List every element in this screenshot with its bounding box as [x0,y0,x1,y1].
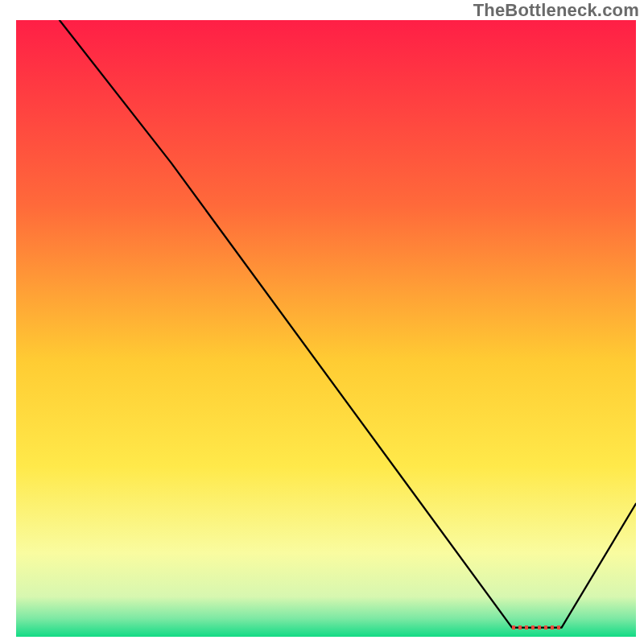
gradient-background [16,20,636,640]
baseline-strip [16,637,636,640]
bottleneck-chart [16,20,636,640]
chart-area [16,20,636,640]
watermark-text: TheBottleneck.com [473,0,639,21]
